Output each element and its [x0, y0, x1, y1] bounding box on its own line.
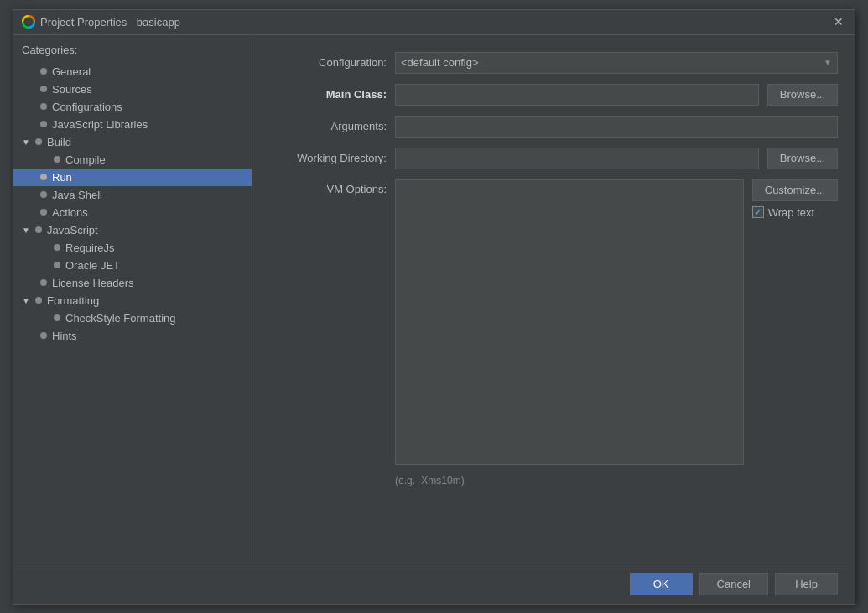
working-directory-input[interactable]	[395, 148, 759, 169]
arguments-label: Arguments:	[269, 120, 387, 132]
expand-arrow-icon: ▼	[22, 226, 32, 235]
categories-label: Categories:	[13, 44, 252, 63]
sidebar-item-label: Build	[47, 136, 71, 148]
main-class-input[interactable]	[395, 84, 759, 106]
sidebar-item-label: JavaScript	[47, 224, 98, 236]
vm-options-textarea[interactable]	[395, 179, 744, 465]
ok-button[interactable]: OK	[630, 573, 693, 595]
sidebar-item-label: CheckStyle Formatting	[65, 312, 176, 325]
vm-hint: (e.g. -Xms10m)	[269, 475, 838, 486]
title-text: Project Properties - basicapp	[40, 16, 180, 29]
bullet-icon	[40, 279, 47, 286]
bullet-icon	[40, 86, 47, 92]
sidebar-item-label: Sources	[52, 83, 92, 96]
sidebar-item-java-shell[interactable]: Java Shell	[13, 186, 252, 204]
sidebar-item-label: Actions	[52, 206, 88, 219]
working-directory-row: Working Directory: Browse...	[269, 148, 838, 169]
sidebar-item-label: Formatting	[47, 294, 99, 307]
sidebar-item-sources[interactable]: Sources	[13, 81, 252, 98]
sidebar-item-configurations[interactable]: Configurations	[13, 98, 252, 116]
sidebar-item-label: Java Shell	[52, 189, 102, 201]
bullet-icon	[54, 156, 60, 163]
wrap-text-checkbox-box[interactable]: ✓	[752, 206, 764, 218]
bullet-icon	[54, 314, 60, 321]
project-properties-dialog: Project Properties - basicapp ✕ Categori…	[13, 9, 855, 605]
configuration-label: Configuration:	[269, 56, 387, 69]
sidebar-item-actions[interactable]: Actions	[13, 204, 252, 221]
sidebar-item-javascript[interactable]: ▼ JavaScript	[13, 221, 252, 239]
title-bar-left: Project Properties - basicapp	[22, 15, 180, 29]
vm-options-label: VM Options:	[269, 179, 387, 195]
bullet-icon	[35, 226, 42, 233]
configuration-row: Configuration: <default config> ▼	[269, 52, 838, 74]
arguments-row: Arguments:	[269, 116, 838, 138]
config-dropdown-value: <default config>	[401, 56, 479, 69]
sidebar-item-label: License Headers	[52, 277, 134, 289]
browse-working-dir-button[interactable]: Browse...	[767, 148, 838, 169]
sidebar-item-oracle-jet[interactable]: Oracle JET	[13, 257, 252, 274]
cancel-button[interactable]: Cancel	[699, 573, 768, 595]
sidebar-item-general[interactable]: General	[13, 63, 252, 81]
working-directory-label: Working Directory:	[269, 152, 387, 164]
sidebar-item-formatting[interactable]: ▼ Formatting	[13, 292, 252, 309]
sidebar-item-label: Oracle JET	[65, 259, 120, 272]
wrap-text-checkbox[interactable]: ✓ Wrap text	[752, 206, 838, 219]
chevron-down-icon: ▼	[824, 58, 832, 67]
bullet-icon	[54, 244, 60, 251]
browse-main-class-button[interactable]: Browse...	[767, 84, 838, 106]
sidebar-item-label: RequireJs	[65, 242, 115, 254]
bullet-icon	[40, 103, 47, 110]
main-class-row: Main Class: Browse...	[269, 84, 838, 106]
expand-arrow-icon: ▼	[22, 138, 32, 147]
configuration-dropdown[interactable]: <default config> ▼	[395, 52, 838, 74]
arguments-input[interactable]	[395, 116, 838, 138]
bullet-icon	[35, 297, 42, 304]
help-button[interactable]: Help	[775, 573, 838, 595]
dialog-body: Categories: General Sources Configuratio…	[13, 35, 855, 564]
close-button[interactable]: ✕	[831, 14, 846, 29]
sidebar-item-license-headers[interactable]: License Headers	[13, 274, 252, 292]
dialog-footer: OK Cancel Help	[13, 564, 855, 604]
sidebar-item-label: Compile	[65, 153, 106, 166]
sidebar-item-hints[interactable]: Hints	[13, 327, 252, 345]
sidebar-item-build[interactable]: ▼ Build	[13, 133, 252, 151]
main-class-label: Main Class:	[269, 88, 387, 101]
right-panel: Configuration: <default config> ▼ Main C…	[252, 35, 855, 564]
sidebar-item-label: Run	[52, 171, 72, 184]
vm-side-buttons: Customize... ✓ Wrap text	[752, 179, 838, 219]
bullet-icon	[40, 174, 47, 180]
sidebar-item-run[interactable]: Run	[13, 169, 252, 186]
expand-arrow-icon: ▼	[22, 296, 32, 305]
sidebar-item-label: General	[52, 65, 91, 78]
bullet-icon	[54, 262, 60, 268]
bullet-icon	[35, 138, 42, 145]
spacer	[269, 496, 838, 547]
app-logo-icon	[22, 15, 35, 29]
customize-button[interactable]: Customize...	[752, 179, 838, 201]
sidebar-item-label: Configurations	[52, 101, 122, 113]
bullet-icon	[40, 68, 47, 75]
bullet-icon	[40, 332, 47, 339]
vm-options-row: VM Options: Customize... ✓ Wrap text	[269, 179, 838, 465]
checkmark-icon: ✓	[754, 207, 761, 218]
sidebar-item-requirejs[interactable]: RequireJs	[13, 239, 252, 257]
sidebar-item-checkstyle-formatting[interactable]: CheckStyle Formatting	[13, 309, 252, 327]
bullet-icon	[40, 121, 47, 127]
categories-panel: Categories: General Sources Configuratio…	[13, 35, 252, 564]
title-bar: Project Properties - basicapp ✕	[13, 10, 855, 35]
sidebar-item-label: Hints	[52, 330, 77, 342]
wrap-text-label: Wrap text	[768, 206, 814, 219]
bullet-icon	[40, 209, 47, 216]
sidebar-item-compile[interactable]: Compile	[13, 151, 252, 169]
sidebar-item-label: JavaScript Libraries	[52, 118, 148, 131]
bullet-icon	[40, 191, 47, 198]
sidebar-item-javascript-libraries[interactable]: JavaScript Libraries	[13, 116, 252, 133]
